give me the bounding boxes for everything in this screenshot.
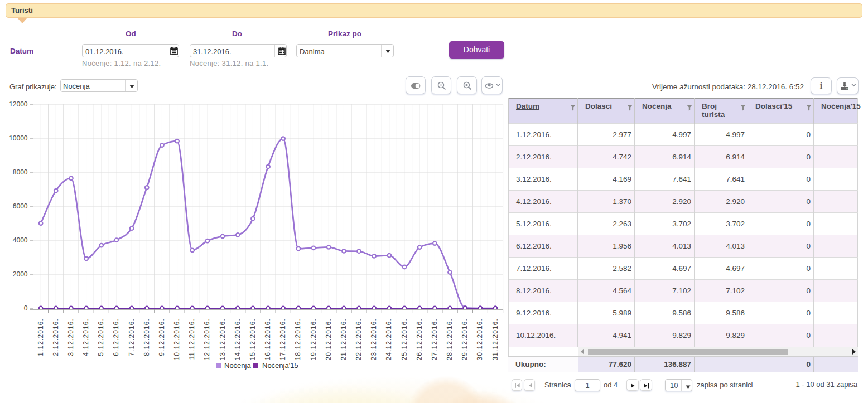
svg-text:21.12.2016.: 21.12.2016. xyxy=(340,318,348,361)
svg-text:31.12.2016.: 31.12.2016. xyxy=(491,318,499,361)
svg-text:0: 0 xyxy=(24,304,28,312)
svg-text:25.12.2016.: 25.12.2016. xyxy=(401,318,408,361)
svg-text:27.12.2016.: 27.12.2016. xyxy=(431,318,438,361)
svg-text:15.12.2016.: 15.12.2016. xyxy=(249,318,257,361)
svg-text:14.12.2016.: 14.12.2016. xyxy=(234,318,242,361)
svg-text:12000: 12000 xyxy=(9,100,28,108)
svg-text:7.12.2016.: 7.12.2016. xyxy=(128,318,136,356)
svg-text:17.12.2016.: 17.12.2016. xyxy=(279,318,287,361)
svg-text:23.12.2016.: 23.12.2016. xyxy=(370,318,378,361)
svg-text:29.12.2016.: 29.12.2016. xyxy=(461,318,469,361)
svg-text:19.12.2016.: 19.12.2016. xyxy=(310,318,317,361)
svg-text:3.12.2016.: 3.12.2016. xyxy=(67,318,75,356)
svg-text:Noćenja'15: Noćenja'15 xyxy=(262,361,298,370)
svg-text:24.12.2016.: 24.12.2016. xyxy=(385,318,393,361)
svg-text:10.12.2016.: 10.12.2016. xyxy=(173,318,181,361)
svg-text:8.12.2016.: 8.12.2016. xyxy=(143,318,151,356)
svg-text:13.12.2016.: 13.12.2016. xyxy=(219,318,226,361)
svg-text:16.12.2016.: 16.12.2016. xyxy=(264,318,272,361)
svg-text:6000: 6000 xyxy=(13,202,28,210)
svg-text:26.12.2016.: 26.12.2016. xyxy=(416,318,423,361)
svg-text:4000: 4000 xyxy=(13,236,28,244)
svg-text:2000: 2000 xyxy=(13,270,28,278)
svg-text:11.12.2016.: 11.12.2016. xyxy=(188,318,196,360)
svg-text:12.12.2016.: 12.12.2016. xyxy=(203,318,211,361)
svg-text:9.12.2016.: 9.12.2016. xyxy=(158,318,166,356)
svg-text:2.12.2016.: 2.12.2016. xyxy=(52,318,60,356)
svg-text:6.12.2016.: 6.12.2016. xyxy=(112,318,120,356)
svg-text:20.12.2016.: 20.12.2016. xyxy=(325,318,332,361)
svg-text:5.12.2016.: 5.12.2016. xyxy=(97,318,105,356)
svg-text:4.12.2016.: 4.12.2016. xyxy=(82,318,90,356)
svg-text:30.12.2016.: 30.12.2016. xyxy=(476,318,484,361)
svg-text:8000: 8000 xyxy=(13,168,28,176)
svg-text:1.12.2016.: 1.12.2016. xyxy=(37,318,45,356)
svg-text:Noćenja: Noćenja xyxy=(224,361,251,370)
svg-text:10000: 10000 xyxy=(9,134,28,142)
svg-text:28.12.2016.: 28.12.2016. xyxy=(446,318,454,361)
svg-text:22.12.2016.: 22.12.2016. xyxy=(355,318,363,361)
svg-text:18.12.2016.: 18.12.2016. xyxy=(294,318,302,361)
